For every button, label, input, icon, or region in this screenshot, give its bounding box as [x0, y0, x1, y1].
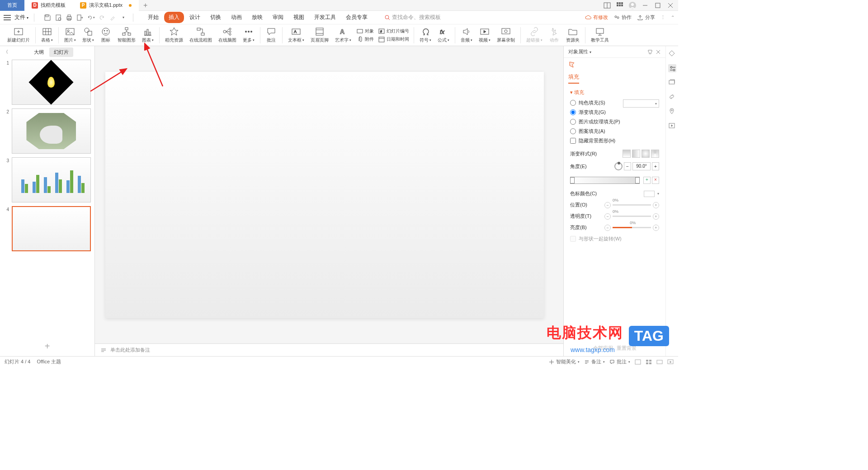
pattern-fill-radio[interactable]: 图案填充(A)	[570, 128, 620, 135]
screen-rec-button[interactable]: 屏幕录制	[494, 26, 518, 44]
share-button[interactable]: 分享	[637, 14, 655, 21]
attachment-button[interactable]: 附件	[355, 36, 376, 43]
slides-tab[interactable]: 幻灯片	[49, 47, 73, 57]
panel-pin-icon[interactable]	[647, 49, 653, 55]
position-increase[interactable]: +	[653, 202, 659, 208]
link-tool-icon[interactable]	[668, 93, 676, 101]
redo-icon[interactable]	[98, 14, 106, 22]
menu-tab-insert[interactable]: 插入	[164, 12, 184, 23]
format-painter-icon[interactable]	[108, 14, 117, 22]
transparency-slider[interactable]: 0%	[613, 216, 651, 217]
slide-canvas[interactable]	[105, 72, 544, 318]
textbox-button[interactable]: A 文本框▾	[285, 26, 307, 44]
play-tool-icon[interactable]	[668, 122, 676, 130]
comment-button[interactable]: 批注	[263, 26, 279, 44]
menu-tab-view[interactable]: 视图	[289, 12, 309, 23]
panel-shape-icon[interactable]	[564, 58, 665, 71]
gradient-fill-radio[interactable]: 渐变填充(G)	[570, 109, 620, 116]
symbol-button[interactable]: 符号▾	[417, 26, 434, 44]
position-slider[interactable]: 0%	[613, 204, 651, 206]
slide-thumbnail-2[interactable]: 2	[4, 108, 91, 154]
notes-bar[interactable]: 单击此处添加备注	[95, 343, 563, 356]
gradient-linear-v[interactable]	[623, 150, 631, 158]
slides-tool-icon[interactable]	[668, 79, 676, 87]
cloud-modified[interactable]: 有修改	[585, 14, 608, 21]
slide-thumbnail-1[interactable]: 1	[4, 60, 91, 105]
angle-value[interactable]: 90.0°	[632, 162, 651, 170]
resource-folder-button[interactable]: 资源夹	[563, 26, 582, 44]
gradient-linear-h[interactable]	[632, 150, 640, 158]
menu-tab-member[interactable]: 会员专享	[341, 12, 372, 23]
fill-section-title[interactable]: ▾ 填充	[570, 89, 659, 96]
new-slide-button[interactable]: 新建幻灯片	[5, 26, 33, 44]
tab-template[interactable]: D 找稻壳模板	[24, 0, 73, 11]
apps-icon[interactable]	[616, 1, 624, 9]
menu-tab-slideshow[interactable]: 放映	[247, 12, 267, 23]
gradient-rect[interactable]	[651, 150, 659, 158]
online-flow-button[interactable]: 在线流程图	[187, 26, 215, 44]
brightness-slider[interactable]: 0%	[613, 227, 651, 228]
table-button[interactable]: 表格▾	[38, 26, 56, 44]
settings-tool-icon[interactable]	[668, 64, 676, 72]
position-decrease[interactable]: −	[604, 202, 611, 208]
gradient-stop-left[interactable]	[570, 177, 575, 183]
menu-collapse-icon[interactable]: ⌃	[671, 15, 675, 20]
add-stop-button[interactable]: +	[643, 177, 651, 184]
menu-tab-developer[interactable]: 开发工具	[310, 12, 340, 23]
tab-document[interactable]: P 演示文稿1.pptx	[73, 0, 139, 11]
picture-fill-radio[interactable]: 图片或纹理填充(P)	[570, 118, 620, 125]
print-icon[interactable]	[65, 14, 73, 22]
action-button[interactable]: 动作	[546, 26, 562, 44]
brightness-increase[interactable]: +	[653, 225, 659, 231]
collapse-panel-icon[interactable]: 《	[4, 49, 8, 55]
video-button[interactable]: 视频▾	[476, 26, 493, 44]
search-input[interactable]: 查找命令、搜索模板	[385, 14, 441, 21]
chart-button[interactable]: 图表▾	[139, 26, 156, 44]
brightness-decrease[interactable]: −	[604, 225, 611, 231]
gradient-stops-bar[interactable]	[570, 177, 640, 184]
collab-button[interactable]: 协作	[613, 14, 632, 21]
notes-toggle[interactable]: 备注 ▾	[584, 358, 605, 365]
panel-close-icon[interactable]	[656, 49, 661, 55]
header-footer-button[interactable]: 页眉页脚	[308, 26, 331, 44]
save-icon[interactable]	[43, 14, 52, 22]
solid-fill-radio[interactable]: 纯色填充(S)	[570, 99, 620, 106]
menu-tab-transition[interactable]: 切换	[206, 12, 226, 23]
stop-color-picker[interactable]	[644, 191, 655, 197]
minimize-icon[interactable]	[641, 1, 649, 9]
file-menu[interactable]: 文件 ▾	[14, 14, 28, 21]
hide-bg-checkbox[interactable]: 隐藏背景图形(H)	[570, 137, 620, 144]
fill-preset-dropdown[interactable]: ▾	[623, 99, 659, 108]
object-button[interactable]: 对象	[355, 28, 376, 35]
reset-bg-button[interactable]: 重置背景	[617, 345, 637, 352]
datetime-button[interactable]: 日期和时间	[377, 36, 411, 43]
menu-more-icon[interactable]: ⋮	[660, 14, 665, 20]
online-mind-button[interactable]: 在线脑图	[216, 26, 239, 44]
slide-thumbnail-4[interactable]: 4	[4, 206, 91, 251]
menu-tab-design[interactable]: 设计	[185, 12, 205, 23]
fill-tab[interactable]: 填充	[568, 73, 579, 84]
close-icon[interactable]	[666, 1, 675, 9]
remove-stop-button[interactable]: ×	[652, 177, 659, 184]
resources-button[interactable]: 稻壳资源	[162, 26, 186, 44]
equation-button[interactable]: fx 公式▾	[435, 26, 452, 44]
view-sorter-icon[interactable]	[646, 359, 652, 365]
menu-tab-start[interactable]: 开始	[143, 12, 163, 23]
angle-decrease[interactable]: −	[624, 162, 631, 170]
undo-icon[interactable]: ▾	[87, 14, 95, 22]
hyperlink-button[interactable]: 超链接▾	[524, 26, 545, 44]
window-layout-icon[interactable]	[603, 1, 611, 9]
view-slideshow-icon[interactable]	[667, 359, 674, 365]
user-avatar-icon[interactable]	[628, 1, 637, 9]
menu-tab-animation[interactable]: 动画	[226, 12, 246, 23]
menu-tab-review[interactable]: 审阅	[268, 12, 288, 23]
maximize-icon[interactable]	[654, 1, 662, 9]
gradient-radial[interactable]	[642, 150, 650, 158]
tab-add[interactable]: +	[139, 1, 152, 9]
picture-button[interactable]: 图片▾	[61, 26, 79, 44]
slide-number-button[interactable]: #幻灯片编号	[377, 28, 411, 35]
angle-increase[interactable]: +	[652, 162, 659, 170]
view-reading-icon[interactable]	[656, 359, 663, 365]
qat-dropdown-icon[interactable]: ▾	[119, 14, 127, 22]
slide-thumbnail-3[interactable]: 3	[4, 157, 91, 202]
